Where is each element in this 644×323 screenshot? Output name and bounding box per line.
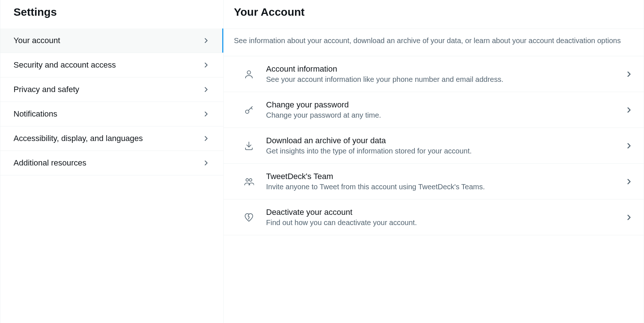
main-panel: Your Account See information about your … [224,0,644,323]
chevron-right-icon [625,70,633,79]
option-tweetdeck-team[interactable]: TweetDeck's Team Invite anyone to Tweet … [224,163,644,199]
sidebar-item-your-account[interactable]: Your account [0,28,223,53]
option-content: TweetDeck's Team Invite anyone to Tweet … [266,172,625,191]
option-subtitle: Find out how you can deactivate your acc… [266,218,625,227]
sidebar-item-additional-resources[interactable]: Additional resources [0,151,223,175]
svg-point-0 [247,71,250,74]
chevron-right-icon [202,37,210,45]
main-header: Your Account [224,0,644,28]
option-title: Deactivate your account [266,208,625,217]
option-title: Change your password [266,100,625,110]
main-title: Your Account [234,6,633,18]
chevron-right-icon [625,106,633,114]
chevron-right-icon [202,110,210,118]
option-account-information[interactable]: Account information See your account inf… [224,56,644,92]
chevron-right-icon [202,159,210,167]
option-content: Download an archive of your data Get ins… [266,136,625,155]
svg-point-3 [249,178,252,181]
sidebar-item-label: Your account [14,36,60,45]
person-icon [241,69,257,79]
people-icon [241,176,257,187]
sidebar-item-label: Accessibility, display, and languages [14,134,143,143]
settings-sidebar: Settings Your account Security and accou… [0,0,224,323]
option-subtitle: Change your password at any time. [266,111,625,119]
option-change-password[interactable]: Change your password Change your passwor… [224,92,644,128]
option-content: Account information See your account inf… [266,64,625,84]
main-description: See information about your account, down… [224,28,644,56]
sidebar-header: Settings [0,0,223,28]
key-icon [241,105,257,115]
option-subtitle: Get insights into the type of informatio… [266,147,625,155]
download-icon [241,141,257,151]
option-subtitle: Invite anyone to Tweet from this account… [266,183,625,191]
chevron-right-icon [625,213,633,222]
option-content: Change your password Change your passwor… [266,100,625,119]
sidebar-item-privacy[interactable]: Privacy and safety [0,77,223,102]
sidebar-item-label: Security and account access [14,60,116,70]
option-content: Deactivate your account Find out how you… [266,208,625,227]
option-download-archive[interactable]: Download an archive of your data Get ins… [224,128,644,163]
sidebar-item-label: Privacy and safety [14,85,79,94]
option-subtitle: See your account information like your p… [266,75,625,84]
option-deactivate-account[interactable]: Deactivate your account Find out how you… [224,199,644,235]
settings-title: Settings [14,6,210,18]
chevron-right-icon [625,141,633,150]
sidebar-item-notifications[interactable]: Notifications [0,102,223,126]
sidebar-item-label: Notifications [14,109,57,119]
sidebar-item-accessibility[interactable]: Accessibility, display, and languages [0,126,223,151]
sidebar-item-security[interactable]: Security and account access [0,53,223,77]
svg-point-2 [246,178,249,181]
option-title: TweetDeck's Team [266,172,625,181]
heartbreak-icon [241,212,257,223]
option-title: Download an archive of your data [266,136,625,145]
chevron-right-icon [202,61,210,69]
chevron-right-icon [202,134,210,142]
chevron-right-icon [625,177,633,186]
sidebar-item-label: Additional resources [14,158,86,168]
option-title: Account information [266,64,625,74]
chevron-right-icon [202,86,210,94]
